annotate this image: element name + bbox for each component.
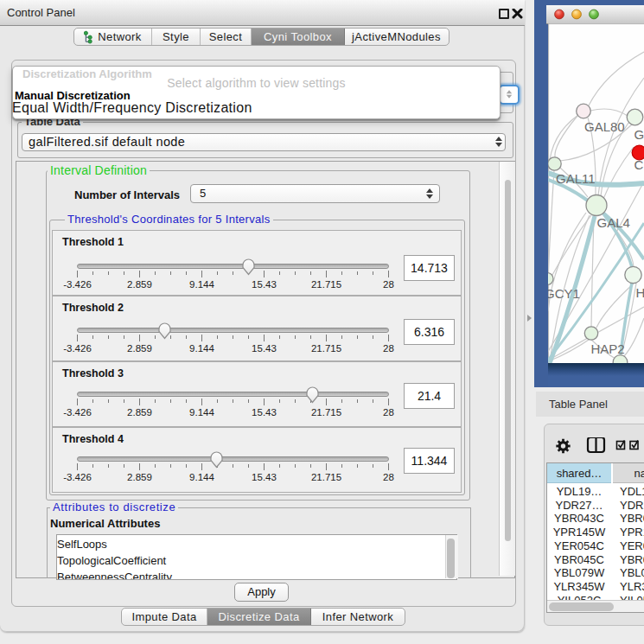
svg-text:GAL80: GAL80 <box>584 119 625 134</box>
svg-text:GAL11: GAL11 <box>556 171 596 186</box>
svg-text:H: H <box>636 285 644 300</box>
svg-text:GCY1: GCY1 <box>548 286 580 301</box>
svg-text:HAP2: HAP2 <box>591 341 625 356</box>
svg-text:GA: GA <box>634 127 644 142</box>
svg-text:GAL4: GAL4 <box>597 215 630 230</box>
svg-text:C: C <box>634 157 644 172</box>
